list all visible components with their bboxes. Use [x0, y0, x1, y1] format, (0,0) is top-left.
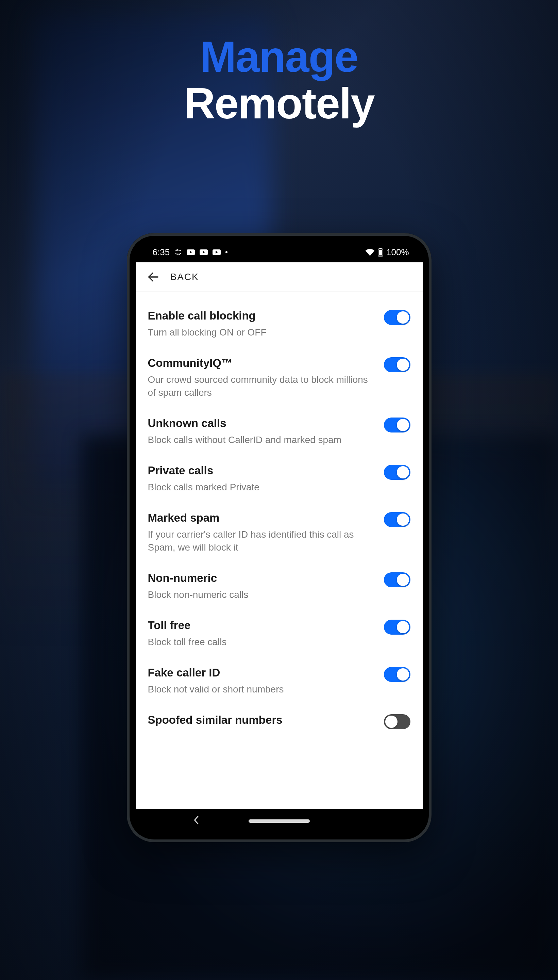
wifi-icon	[365, 248, 375, 256]
android-nav-bar	[136, 809, 423, 833]
toggle-knob	[397, 574, 409, 586]
toggle-spoofed-similar[interactable]	[384, 714, 410, 729]
setting-title: Spoofed similar numbers	[148, 713, 377, 727]
setting-text: Enable call blockingTurn all blocking ON…	[148, 309, 377, 339]
setting-title: Private calls	[148, 464, 377, 477]
status-time: 6:35	[153, 247, 170, 258]
svg-rect-2	[379, 250, 382, 256]
toggle-knob	[397, 513, 409, 526]
nav-back-button[interactable]	[194, 815, 200, 827]
setting-text: Spoofed similar numbers	[148, 713, 377, 727]
app-header: BACK	[136, 262, 423, 292]
status-left: 6:35	[153, 247, 228, 258]
youtube-icon	[200, 250, 208, 255]
setting-text: Toll freeBlock toll free calls	[148, 618, 377, 649]
setting-description: Block calls marked Private	[148, 481, 377, 494]
setting-row-toll-free: Toll freeBlock toll free calls	[148, 610, 410, 657]
setting-row-unknown-calls: Unknown callsBlock calls without CallerI…	[148, 407, 410, 455]
toggle-knob	[397, 358, 409, 371]
setting-title: Unknown calls	[148, 416, 377, 430]
toggle-knob	[397, 311, 409, 324]
hero-line-1: Manage	[0, 34, 558, 80]
hero-line-2: Remotely	[0, 80, 558, 128]
toggle-community-iq[interactable]	[384, 357, 410, 372]
setting-description: Turn all blocking ON or OFF	[148, 326, 377, 339]
setting-text: CommunityIQ™Our crowd sourced community …	[148, 356, 377, 399]
setting-text: Non-numericBlock non-numeric calls	[148, 571, 377, 601]
toggle-private-calls[interactable]	[384, 465, 410, 480]
status-bar: 6:35	[136, 242, 423, 262]
toggle-toll-free[interactable]	[384, 620, 410, 635]
arrow-left-icon	[146, 270, 160, 284]
setting-description: Block toll free calls	[148, 636, 377, 649]
phone-mockup: 6:35	[127, 233, 432, 842]
setting-description: Block not valid or short numbers	[148, 683, 377, 696]
nav-home-pill[interactable]	[249, 819, 310, 823]
toggle-fake-caller-id[interactable]	[384, 667, 410, 682]
setting-text: Marked spamIf your carrier's caller ID h…	[148, 511, 377, 554]
setting-row-marked-spam: Marked spamIf your carrier's caller ID h…	[148, 502, 410, 562]
toggle-non-numeric[interactable]	[384, 572, 410, 587]
toggle-knob	[397, 466, 409, 478]
setting-text: Private callsBlock calls marked Private	[148, 464, 377, 494]
battery-percent: 100%	[386, 247, 409, 258]
setting-row-spoofed-similar: Spoofed similar numbers	[148, 704, 410, 737]
toggle-knob	[397, 621, 409, 633]
setting-text: Unknown callsBlock calls without CallerI…	[148, 416, 377, 446]
setting-description: Our crowd sourced community data to bloc…	[148, 373, 377, 399]
back-label: BACK	[171, 271, 199, 283]
setting-row-fake-caller-id: Fake caller IDBlock not valid or short n…	[148, 657, 410, 704]
toggle-unknown-calls[interactable]	[384, 418, 410, 432]
setting-description: Block non-numeric calls	[148, 588, 377, 601]
settings-list[interactable]: Enable call blockingTurn all blocking ON…	[136, 292, 423, 809]
youtube-icon	[213, 250, 221, 255]
youtube-icon	[187, 250, 195, 255]
setting-row-enable-call-blocking: Enable call blockingTurn all blocking ON…	[148, 300, 410, 347]
hero-title: Manage Remotely	[0, 34, 558, 128]
setting-title: Enable call blocking	[148, 309, 377, 322]
setting-row-non-numeric: Non-numericBlock non-numeric calls	[148, 562, 410, 610]
status-right: 100%	[365, 247, 409, 258]
toggle-marked-spam[interactable]	[384, 512, 410, 527]
setting-description: If your carrier's caller ID has identifi…	[148, 528, 377, 554]
setting-description: Block calls without CallerID and marked …	[148, 434, 377, 446]
toggle-enable-call-blocking[interactable]	[384, 310, 410, 325]
phone-screen: 6:35	[136, 242, 423, 833]
toggle-knob	[397, 668, 409, 681]
setting-title: Fake caller ID	[148, 666, 377, 679]
toggle-knob	[385, 715, 397, 728]
toggle-knob	[397, 419, 409, 431]
setting-text: Fake caller IDBlock not valid or short n…	[148, 666, 377, 696]
setting-row-private-calls: Private callsBlock calls marked Private	[148, 455, 410, 502]
shuffle-icon	[174, 248, 182, 256]
setting-title: Non-numeric	[148, 571, 377, 585]
setting-row-community-iq: CommunityIQ™Our crowd sourced community …	[148, 347, 410, 407]
back-button[interactable]	[146, 270, 161, 284]
battery-icon	[377, 248, 384, 257]
dot-icon	[225, 251, 228, 253]
setting-title: Marked spam	[148, 511, 377, 525]
setting-title: CommunityIQ™	[148, 356, 377, 370]
setting-title: Toll free	[148, 618, 377, 632]
